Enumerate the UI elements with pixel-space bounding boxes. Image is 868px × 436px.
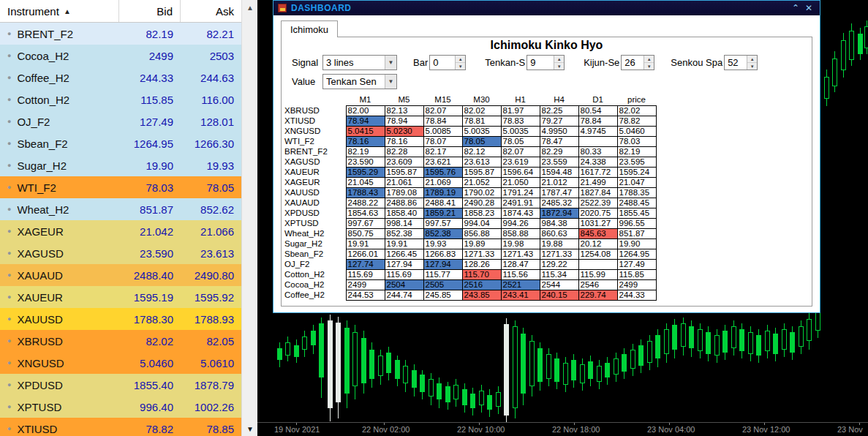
market-row-xpdusd[interactable]: ●XPDUSD1855.401878.79 <box>0 374 241 396</box>
market-row-xngusd[interactable]: ●XNGUSD5.04605.0610 <box>0 352 241 374</box>
grid-value-cell: 2522.39 <box>578 198 617 208</box>
grid-row-xptusd: XPTUSD997.67998.14997.57994.04994.26984.… <box>283 218 656 228</box>
grid-value-cell: 82.17 <box>423 146 462 157</box>
grid-value-cell: 24.338 <box>578 157 617 167</box>
grid-col-m15: M15 <box>423 95 462 105</box>
minimize-button[interactable]: ⌃ <box>789 3 802 13</box>
spin-up-icon[interactable]: ▲ <box>644 56 654 63</box>
candlestick <box>319 323 324 377</box>
grid-value-cell: 78.07 <box>423 136 462 146</box>
senkou-spinner[interactable]: 52 ▲▼ <box>724 55 758 70</box>
dropdown-arrow-icon[interactable]: ▼ <box>385 56 396 69</box>
market-row-xaueur[interactable]: ●XAUEUR1595.191595.92 <box>0 286 241 308</box>
grid-value-cell: 244.53 <box>346 290 385 300</box>
spin-down-icon[interactable]: ▼ <box>456 63 465 69</box>
grid-row-oj_f2: OJ_F2127.74127.94127.94128.26128.47129.2… <box>283 259 656 269</box>
grid-value-cell: 5.0460 <box>617 126 656 136</box>
candlestick <box>698 329 703 351</box>
market-row-xptusd[interactable]: ●XPTUSD996.401002.26 <box>0 396 241 418</box>
grid-value-cell: 78.05 <box>501 136 540 146</box>
column-header-ask[interactable]: Ask <box>181 0 241 22</box>
dialog-titlebar[interactable]: DASHBOARD ⌃ ✕ <box>273 1 820 15</box>
grid-value-cell: 2499 <box>346 279 385 290</box>
grid-value-cell: 2488.41 <box>423 198 462 208</box>
value-select[interactable]: Tenkan Sen ▼ <box>322 74 397 89</box>
market-row-sbean_f2[interactable]: ●Sbean_F21264.951266.30 <box>0 132 241 154</box>
grid-row-coffee_h2: Coffee_H2244.53244.74245.85243.85243.412… <box>283 290 656 300</box>
candlestick <box>546 354 551 379</box>
grid-instrument-label: Wheat_H2 <box>283 228 346 238</box>
grid-value-cell: 2485.32 <box>540 198 578 208</box>
market-row-xauusd[interactable]: ●XAUUSD1788.301788.93 <box>0 308 241 330</box>
spin-up-icon[interactable]: ▲ <box>747 56 757 63</box>
time-axis-label: 23 Nov 12:00 <box>742 425 790 434</box>
scroll-up-button[interactable]: ▲ <box>242 0 258 15</box>
candlestick <box>858 34 863 54</box>
market-watch-panel: Instrument ▲ Bid Ask ●BRENT_F282.1982.21… <box>0 0 241 436</box>
grid-value-cell: 82.02 <box>462 105 501 116</box>
column-header-instrument[interactable]: Instrument ▲ <box>0 0 119 22</box>
candlestick <box>445 386 450 402</box>
time-axis-label: 22 Nov 18:00 <box>552 425 600 434</box>
bid-value: 19.90 <box>119 159 181 172</box>
market-row-oj_f2[interactable]: ●OJ_F2127.49128.01 <box>0 110 241 132</box>
ask-value: 2503 <box>181 50 241 62</box>
candlestick <box>714 335 720 356</box>
grid-value-cell: 851.87 <box>617 228 656 238</box>
grid-row-cotton_h2: Cotton_H2115.69115.69115.77115.70115.561… <box>283 269 656 279</box>
grid-value-cell: 1854.63 <box>346 208 385 218</box>
bar-label: Bar <box>413 57 428 68</box>
grid-value-cell: 2544 <box>540 279 578 290</box>
market-row-xagusd[interactable]: ●XAGUSD23.59023.613 <box>0 242 241 264</box>
tab-ichimoku[interactable]: Ichimoku <box>281 20 338 37</box>
grid-value-cell: 82.19 <box>617 146 656 157</box>
instrument-name: ●XTIUSD <box>0 423 119 435</box>
instrument-name: ●XBRUSD <box>0 335 119 347</box>
grid-value-cell: 1595.87 <box>385 167 423 177</box>
column-header-bid[interactable]: Bid <box>119 0 181 22</box>
grid-value-cell: 5.0230 <box>385 126 423 136</box>
dropdown-arrow-icon[interactable]: ▼ <box>385 75 396 89</box>
spin-down-icon[interactable]: ▼ <box>747 63 757 69</box>
grid-value-cell: 115.56 <box>501 269 540 279</box>
candlestick <box>807 319 812 341</box>
instrument-name: ●XAUAUD <box>0 269 119 282</box>
grid-value-cell: 1827.84 <box>578 187 617 198</box>
spin-up-icon[interactable]: ▲ <box>456 56 465 63</box>
market-row-xageur[interactable]: ●XAGEUR21.04221.066 <box>0 220 241 242</box>
grid-value-cell: 82.00 <box>346 105 385 116</box>
grid-value-cell: 1271.33 <box>462 249 501 259</box>
grid-value-cell: 115.99 <box>578 269 617 279</box>
market-row-cocoa_h2[interactable]: ●Cocoa_H224992503 <box>0 45 241 67</box>
spin-down-icon[interactable]: ▼ <box>644 63 654 69</box>
kijun-label: Kijun-Se <box>584 57 619 68</box>
time-axis-tick <box>296 423 297 425</box>
grid-value-cell: 1789.08 <box>385 187 423 198</box>
instrument-name: ●XAGEUR <box>0 225 119 238</box>
dashboard-logo-icon <box>278 4 287 12</box>
market-row-coffee_h2[interactable]: ●Coffee_H2244.33244.63 <box>0 67 241 89</box>
spin-up-icon[interactable]: ▲ <box>554 56 564 63</box>
market-row-sugar_h2[interactable]: ●Sugar_H219.9019.93 <box>0 154 241 176</box>
grid-row-xagusd: XAGUSD23.59023.60923.62123.61323.61923.5… <box>283 157 656 167</box>
grid-value-cell: 79.27 <box>540 116 578 126</box>
grid-value-cell: 127.94 <box>423 259 462 269</box>
kijun-spinner[interactable]: 26 ▲▼ <box>621 55 654 70</box>
market-row-wheat_h2[interactable]: ●Wheat_H2851.87852.62 <box>0 198 241 220</box>
market-row-wti_f2[interactable]: ●WTI_F278.0378.05 <box>0 176 241 198</box>
market-watch-scrollbar[interactable]: ▲ ▼ <box>241 0 257 436</box>
scroll-down-button[interactable]: ▼ <box>242 421 258 436</box>
tenkan-spinner[interactable]: 9 ▲▼ <box>527 55 565 70</box>
market-row-xbrusd[interactable]: ●XBRUSD82.0282.05 <box>0 330 241 352</box>
grid-value-cell: 78.03 <box>617 136 656 146</box>
market-row-cotton_h2[interactable]: ●Cotton_H2115.85116.00 <box>0 89 241 110</box>
bar-spinner[interactable]: 0 ▲▼ <box>429 55 466 70</box>
signal-select[interactable]: 3 lines ▼ <box>322 55 397 70</box>
candlestick <box>630 350 635 369</box>
market-row-xauaud[interactable]: ●XAUAUD2488.402490.80 <box>0 264 241 286</box>
market-row-xtiusd[interactable]: ●XTIUSD78.8278.85 <box>0 418 241 436</box>
grid-row-wheat_h2: Wheat_H2850.75852.38852.38856.88858.8886… <box>283 228 656 238</box>
spin-down-icon[interactable]: ▼ <box>554 63 564 69</box>
market-row-brent_f2[interactable]: ●BRENT_F282.1982.21 <box>0 23 241 45</box>
close-button[interactable]: ✕ <box>802 3 815 13</box>
